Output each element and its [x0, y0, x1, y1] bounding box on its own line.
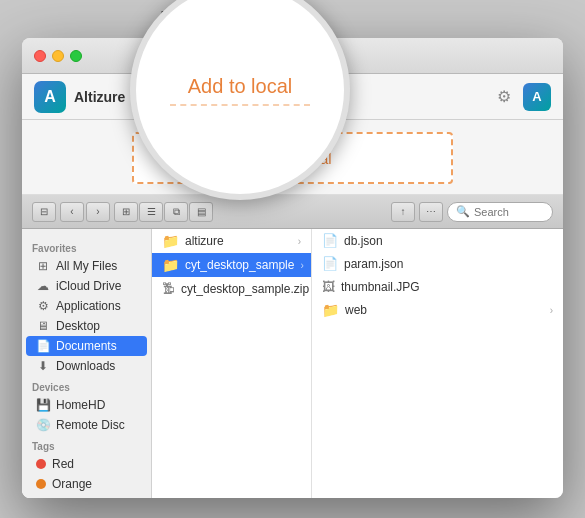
file-icon: 📄: [322, 233, 338, 248]
file-name: thumbnail.JPG: [341, 280, 420, 294]
file-pane-2: 📄 db.json 📄 param.json 🖼 thumbnail.JPG 📁…: [312, 229, 563, 498]
file-name: param.json: [344, 257, 403, 271]
file-icon: 📄: [322, 256, 338, 271]
sidebar-item-label: Desktop: [56, 319, 100, 333]
traffic-lights: [34, 50, 82, 62]
orange-tag-icon: [36, 479, 46, 489]
devices-label: Devices: [22, 376, 151, 395]
sidebar-item-yellow[interactable]: Yellow: [26, 494, 147, 498]
sidebar-item-label: HomeHD: [56, 398, 105, 412]
sidebar-item-label: iCloud Drive: [56, 279, 121, 293]
desktop-icon: 🖥: [36, 319, 50, 333]
sidebar-item-label: Red: [52, 457, 74, 471]
downloads-icon: ⬇: [36, 359, 50, 373]
forward-button[interactable]: ›: [86, 202, 110, 222]
file-item-cyt-desktop-sample-zip[interactable]: 🗜 cyt_desktop_sample.zip: [152, 277, 311, 300]
sidebar-item-label: All My Files: [56, 259, 117, 273]
file-name: cyt_desktop_sample.zip: [181, 282, 309, 296]
coverflow-button[interactable]: ▤: [189, 202, 213, 222]
image-icon: 🖼: [322, 279, 335, 294]
magnifier-add-to-local-text: Add to local: [188, 75, 293, 98]
nav-buttons: ‹ ›: [60, 202, 110, 222]
share-button[interactable]: ↑: [391, 202, 415, 222]
sidebar-toggle-button[interactable]: ⊟: [32, 202, 56, 222]
sidebar-item-remote-disc[interactable]: 💿 Remote Disc: [26, 415, 147, 435]
file-name: db.json: [344, 234, 383, 248]
finder-toolbar: ⊟ ‹ › ⊞ ☰ ⧉ ▤ ↑ ⋯ 🔍: [22, 195, 563, 229]
file-item-cyt-desktop-sample[interactable]: 📁 cyt_desktop_sample ›: [152, 253, 311, 277]
icloud-icon: ☁: [36, 279, 50, 293]
app-icon: A: [34, 81, 66, 113]
view-buttons: ⊞ ☰ ⧉ ▤: [114, 202, 213, 222]
file-pane-1: 📁 altizure › 📁 cyt_desktop_sample › 🗜 cy…: [152, 229, 312, 498]
sidebar-item-label: Orange: [52, 477, 92, 491]
sidebar-item-icloud-drive[interactable]: ☁ iCloud Drive: [26, 276, 147, 296]
sidebar-item-red[interactable]: Red: [26, 454, 147, 474]
file-item-param-json[interactable]: 📄 param.json: [312, 252, 563, 275]
file-name: cyt_desktop_sample: [185, 258, 294, 272]
homehd-icon: 💾: [36, 398, 50, 412]
file-name: web: [345, 303, 367, 317]
file-item-altizure[interactable]: 📁 altizure ›: [152, 229, 311, 253]
gear-icon[interactable]: ⚙: [493, 86, 515, 108]
documents-icon: 📄: [36, 339, 50, 353]
search-box[interactable]: 🔍: [447, 202, 553, 222]
red-tag-icon: [36, 459, 46, 469]
folder-icon: 📁: [162, 233, 179, 249]
back-button[interactable]: ‹: [60, 202, 84, 222]
zip-icon: 🗜: [162, 281, 175, 296]
sidebar-item-orange[interactable]: Orange: [26, 474, 147, 494]
sidebar-item-label: Downloads: [56, 359, 115, 373]
folder-icon: 📁: [162, 257, 179, 273]
folder-icon: 📁: [322, 302, 339, 318]
sidebar-item-all-my-files[interactable]: ⊞ All My Files: [26, 256, 147, 276]
sidebar-item-documents[interactable]: 📄 Documents: [26, 336, 147, 356]
sidebar-item-label: Yellow: [52, 497, 86, 498]
sidebar-item-homehd[interactable]: 💾 HomeHD: [26, 395, 147, 415]
arrow-icon: ›: [298, 236, 301, 247]
file-item-thumbnail-jpg[interactable]: 🖼 thumbnail.JPG: [312, 275, 563, 298]
app-name: Altizure: [74, 89, 125, 105]
action-button[interactable]: ⋯: [419, 202, 443, 222]
list-view-button[interactable]: ☰: [139, 202, 163, 222]
sidebar-item-label: Applications: [56, 299, 121, 313]
magnifier-content: Add to local: [170, 75, 310, 106]
header-app-icon: A: [523, 83, 551, 111]
arrow-icon: ›: [300, 260, 303, 271]
minimize-button[interactable]: [52, 50, 64, 62]
arrow-icon: ›: [550, 305, 553, 316]
maximize-button[interactable]: [70, 50, 82, 62]
sidebar-item-downloads[interactable]: ⬇ Downloads: [26, 356, 147, 376]
file-item-db-json[interactable]: 📄 db.json: [312, 229, 563, 252]
magnifier-dashed-line: [170, 104, 310, 106]
file-item-web[interactable]: 📁 web ›: [312, 298, 563, 322]
file-browser: Favorites ⊞ All My Files ☁ iCloud Drive …: [22, 229, 563, 498]
all-my-files-icon: ⊞: [36, 259, 50, 273]
file-name: altizure: [185, 234, 224, 248]
tags-label: Tags: [22, 435, 151, 454]
sidebar: Favorites ⊞ All My Files ☁ iCloud Drive …: [22, 229, 152, 498]
sidebar-item-desktop[interactable]: 🖥 Desktop: [26, 316, 147, 336]
search-icon: 🔍: [456, 205, 470, 218]
icon-view-button[interactable]: ⊞: [114, 202, 138, 222]
column-view-button[interactable]: ⧉: [164, 202, 188, 222]
favorites-label: Favorites: [22, 237, 151, 256]
close-button[interactable]: [34, 50, 46, 62]
sidebar-item-label: Remote Disc: [56, 418, 125, 432]
applications-icon: ⚙: [36, 299, 50, 313]
remote-disc-icon: 💿: [36, 418, 50, 432]
search-input[interactable]: [474, 206, 544, 218]
sidebar-item-applications[interactable]: ⚙ Applications: [26, 296, 147, 316]
sidebar-item-label: Documents: [56, 339, 117, 353]
